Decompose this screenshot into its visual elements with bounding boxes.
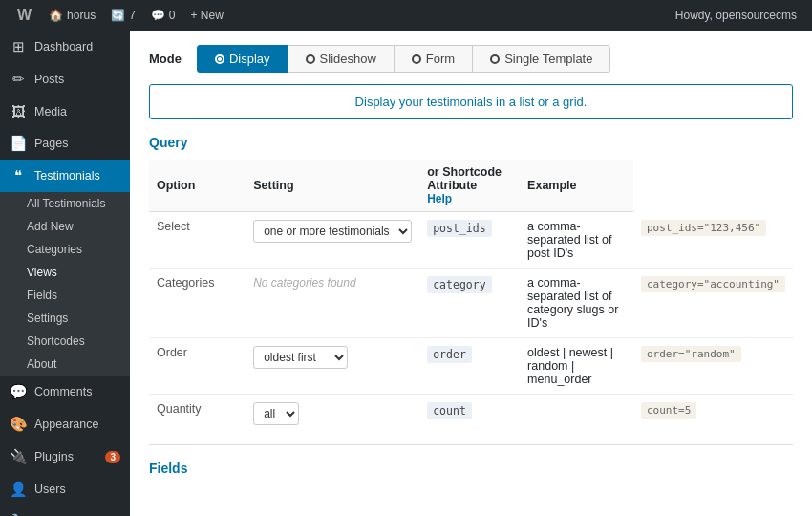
tab-display[interactable]: Display <box>197 45 288 73</box>
query-section-title: Query <box>149 135 793 150</box>
row-order-shortcode: order <box>419 338 520 395</box>
quantity-example-code: count=5 <box>641 402 696 419</box>
submenu-fields[interactable]: Fields <box>0 284 130 307</box>
fields-label: Fields <box>27 289 57 302</box>
submenu-settings[interactable]: Settings <box>0 307 130 330</box>
main-content: Mode Display Slideshow Form Single Templ… <box>130 31 812 516</box>
table-row-select: Select one or more testimonials all spec… <box>149 212 793 269</box>
sidebar-label-plugins: Plugins <box>34 450 97 463</box>
settings-label: Settings <box>27 312 68 325</box>
about-label: About <box>27 357 56 371</box>
sidebar-item-appearance[interactable]: 🎨 Appearance <box>0 408 130 441</box>
quantity-shortcode-tag: count <box>427 402 472 419</box>
sidebar: ⊞ Dashboard ✏ Posts 🖼 Media 📄 Pages ❝ Te… <box>0 31 130 516</box>
testimonials-icon: ❝ <box>10 167 27 184</box>
adminbar-new[interactable]: + New <box>183 0 231 31</box>
sidebar-label-pages: Pages <box>34 137 120 150</box>
sidebar-label-posts: Posts <box>34 73 120 86</box>
site-icon: 🏠 <box>49 9 63 22</box>
comments-count: 0 <box>169 9 176 22</box>
sidebar-item-comments[interactable]: 💬 Comments <box>0 376 130 408</box>
wp-logo[interactable]: W <box>8 0 41 31</box>
description-text: Display your testimonials in a list or a… <box>355 95 588 109</box>
mode-tabs: Mode Display Slideshow Form Single Templ… <box>149 45 793 73</box>
plugins-badge: 3 <box>105 451 120 463</box>
sidebar-label-testimonials: Testimonials <box>34 169 120 183</box>
row-order-description: oldest | newest | random | menu_order <box>520 338 633 395</box>
order-shortcode-tag: order <box>427 346 472 363</box>
select-example-code: post_ids="123,456" <box>641 220 766 236</box>
table-row-categories: Categories No categories found category … <box>149 269 793 338</box>
sidebar-label-appearance: Appearance <box>34 418 120 431</box>
sidebar-label-comments: Comments <box>34 385 120 398</box>
shortcodes-label: Shortcodes <box>27 334 85 348</box>
description-box: Display your testimonials in a list or a… <box>149 84 793 119</box>
tab-single-template[interactable]: Single Template <box>472 45 610 73</box>
updates-count: 7 <box>129 9 136 22</box>
submenu-all-testimonials[interactable]: All Testimonials <box>0 192 130 215</box>
testimonials-submenu: All Testimonials Add New Categories View… <box>0 192 130 376</box>
adminbar-site[interactable]: 🏠 horus <box>41 0 103 31</box>
submenu-about[interactable]: About <box>0 353 130 376</box>
sidebar-item-testimonials[interactable]: ❝ Testimonials <box>0 160 130 192</box>
comments-sidebar-icon: 💬 <box>10 383 27 400</box>
table-row-quantity: Quantity all 5 10 15 20 <box>149 395 793 434</box>
order-example-code: order="random" <box>641 346 741 362</box>
all-testimonials-label: All Testimonials <box>27 197 105 210</box>
new-label: + New <box>191 9 224 22</box>
sidebar-label-users: Users <box>34 483 120 496</box>
tab-form[interactable]: Form <box>394 45 473 73</box>
tab-single-template-label: Single Template <box>504 52 592 66</box>
fields-section-title: Fields <box>149 461 793 476</box>
adminbar-comments[interactable]: 💬 0 <box>143 0 183 31</box>
order-dropdown[interactable]: oldest first newest first random menu_or… <box>253 346 348 369</box>
row-quantity-setting: all 5 10 15 20 <box>246 395 419 434</box>
submenu-categories[interactable]: Categories <box>0 238 130 261</box>
tab-slideshow[interactable]: Slideshow <box>288 45 395 73</box>
adminbar-howdy[interactable]: Howdy, opensourcecms <box>668 0 804 31</box>
radio-single-template <box>490 54 500 64</box>
sidebar-item-pages[interactable]: 📄 Pages <box>0 127 130 160</box>
quantity-dropdown[interactable]: all 5 10 15 20 <box>253 402 299 425</box>
sidebar-item-plugins[interactable]: 🔌 Plugins 3 <box>0 441 130 473</box>
sidebar-item-users[interactable]: 👤 Users <box>0 473 130 505</box>
site-name: horus <box>67 9 96 22</box>
add-new-label: Add New <box>27 220 74 233</box>
sidebar-item-media[interactable]: 🖼 Media <box>0 96 130 127</box>
col-header-option: Option <box>149 160 246 212</box>
col-header-example: Example <box>520 160 633 212</box>
sidebar-label-media: Media <box>34 105 120 118</box>
row-order-option: Order <box>149 338 246 395</box>
row-categories-option: Categories <box>149 269 246 338</box>
tab-display-label: Display <box>229 52 270 66</box>
tab-form-label: Form <box>426 52 455 66</box>
query-table: Option Setting or Shortcode Attribute He… <box>149 160 793 433</box>
col-header-shortcode: or Shortcode Attribute Help <box>419 160 520 212</box>
updates-icon: 🔄 <box>111 9 125 22</box>
sidebar-item-dashboard[interactable]: ⊞ Dashboard <box>0 31 130 63</box>
row-quantity-shortcode: count <box>419 395 520 434</box>
admin-bar: W 🏠 horus 🔄 7 💬 0 + New Howdy, opensourc… <box>0 0 812 31</box>
adminbar-updates[interactable]: 🔄 7 <box>103 0 143 31</box>
row-select-example: post_ids="123,456" <box>633 212 793 269</box>
radio-form <box>412 54 421 64</box>
submenu-shortcodes[interactable]: Shortcodes <box>0 330 130 353</box>
media-icon: 🖼 <box>10 103 27 119</box>
users-icon: 👤 <box>10 481 27 498</box>
submenu-add-new[interactable]: Add New <box>0 215 130 238</box>
row-categories-shortcode: category <box>419 269 520 338</box>
help-link[interactable]: Help <box>427 192 452 205</box>
sidebar-item-tools[interactable]: 🔧 Tools <box>0 505 130 516</box>
sidebar-item-posts[interactable]: ✏ Posts <box>0 63 130 96</box>
posts-icon: ✏ <box>10 71 27 88</box>
submenu-views[interactable]: Views <box>0 261 130 284</box>
select-testimonials-dropdown[interactable]: one or more testimonials all specific <box>253 220 412 243</box>
dashboard-icon: ⊞ <box>10 38 27 55</box>
views-label: Views <box>27 266 57 279</box>
pages-icon: 📄 <box>10 135 27 152</box>
sidebar-label-dashboard: Dashboard <box>34 40 120 54</box>
select-shortcode-tag: post_ids <box>427 220 491 237</box>
row-select-setting: one or more testimonials all specific <box>246 212 419 269</box>
radio-slideshow <box>306 54 315 64</box>
appearance-icon: 🎨 <box>10 416 27 433</box>
